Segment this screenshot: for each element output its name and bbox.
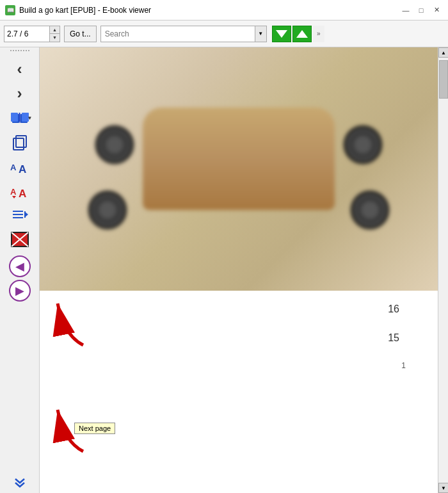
books-button[interactable]: ▼ bbox=[6, 106, 34, 129]
chevron-right-icon: › bbox=[17, 85, 22, 102]
more-sidebar-button[interactable] bbox=[6, 475, 34, 490]
svg-text:A: A bbox=[19, 163, 26, 175]
page-number-16: 16 bbox=[388, 303, 399, 315]
svg-rect-8 bbox=[13, 138, 24, 150]
font-decrease-button[interactable]: A A bbox=[6, 179, 34, 202]
nav-arrows: » bbox=[272, 26, 324, 42]
more-toolbar-button[interactable]: » bbox=[313, 26, 324, 42]
svg-line-21 bbox=[12, 232, 28, 247]
books-dropdown-arrow: ▼ bbox=[28, 115, 33, 121]
spin-up-button[interactable]: ▲ bbox=[49, 26, 60, 34]
svg-rect-19 bbox=[24, 211, 26, 218]
toolbar: ▲ ▼ Go t... ▼ » bbox=[0, 20, 448, 47]
wheel-rear-right bbox=[351, 191, 389, 229]
books-icon bbox=[11, 109, 29, 127]
main-area: ‹ › ▼ bbox=[0, 47, 448, 493]
svg-marker-0 bbox=[276, 30, 287, 38]
title-bar-controls: — □ ✕ bbox=[399, 4, 443, 17]
book-content: 16 15 1 Next page bbox=[40, 47, 438, 493]
scrollbar: ▲ ▼ bbox=[438, 47, 448, 493]
svg-marker-1 bbox=[296, 30, 308, 38]
svg-text:A: A bbox=[10, 163, 17, 172]
books-icon-wrap: ▼ bbox=[11, 109, 29, 127]
book-image bbox=[40, 47, 438, 291]
tooltip-next-page: Next page bbox=[74, 423, 115, 434]
font-increase-button[interactable]: A A bbox=[6, 155, 34, 178]
red-arrow-top bbox=[51, 297, 90, 348]
nav-down-button[interactable] bbox=[272, 26, 291, 42]
scroll-up-button[interactable]: ▲ bbox=[438, 47, 448, 58]
fullscreen-icon bbox=[10, 230, 29, 248]
svg-rect-20 bbox=[12, 232, 28, 247]
svg-rect-2 bbox=[12, 114, 19, 123]
font-increase-icon: A A bbox=[10, 158, 30, 175]
page-input-wrap: ▲ ▼ bbox=[4, 26, 60, 42]
next-page-top-button[interactable]: › bbox=[6, 82, 34, 105]
toc-button[interactable] bbox=[6, 204, 34, 227]
nav-up-button[interactable] bbox=[292, 26, 312, 42]
page-number-15: 15 bbox=[388, 332, 399, 344]
spin-buttons: ▲ ▼ bbox=[49, 26, 60, 42]
font-decrease-icon: A A bbox=[10, 182, 30, 200]
gokart-illustration bbox=[60, 60, 418, 279]
toc-icon bbox=[10, 206, 29, 224]
svg-rect-3 bbox=[20, 114, 28, 123]
gokart-body bbox=[143, 108, 335, 210]
sidebar: ‹ › ▼ bbox=[0, 47, 40, 493]
svg-text:A: A bbox=[19, 188, 26, 200]
window-title: Build a go kart [EPUB] - E-book viewer bbox=[19, 6, 151, 15]
page-input[interactable] bbox=[4, 26, 49, 42]
search-wrap: ▼ bbox=[100, 26, 267, 42]
app-icon: 📖 bbox=[5, 5, 15, 15]
prev-page-circle-button[interactable]: ◀ bbox=[6, 255, 34, 278]
scrollbar-track bbox=[438, 58, 448, 483]
go-button[interactable]: Go t... bbox=[64, 26, 97, 42]
svg-marker-14 bbox=[12, 196, 16, 198]
search-input[interactable] bbox=[101, 26, 255, 42]
svg-marker-18 bbox=[24, 211, 28, 218]
copy-button[interactable] bbox=[6, 131, 34, 154]
prev-page-top-button[interactable]: ‹ bbox=[6, 58, 34, 81]
page-number-1-suffix: 1 bbox=[401, 361, 406, 370]
title-bar-left: 📖 Build a go kart [EPUB] - E-book viewer bbox=[5, 5, 151, 15]
svg-rect-5 bbox=[11, 113, 18, 122]
fullscreen-button[interactable] bbox=[6, 228, 34, 251]
next-page-circle-button[interactable]: ▶ bbox=[6, 279, 34, 302]
svg-text:A: A bbox=[10, 187, 17, 197]
nav-down-icon bbox=[275, 28, 289, 40]
scrollbar-thumb[interactable] bbox=[439, 60, 448, 99]
wheel-front-left bbox=[95, 125, 134, 164]
spin-down-button[interactable]: ▼ bbox=[49, 34, 60, 42]
chevron-left-icon: ‹ bbox=[17, 60, 22, 78]
close-button[interactable]: ✕ bbox=[430, 4, 443, 17]
search-dropdown-button[interactable]: ▼ bbox=[255, 26, 266, 42]
content-area: 16 15 1 Next page bbox=[40, 47, 448, 493]
svg-rect-9 bbox=[16, 136, 26, 147]
chevron-down-double-icon bbox=[13, 476, 26, 489]
maximize-button[interactable]: □ bbox=[415, 4, 428, 17]
red-arrow-bottom bbox=[51, 403, 90, 455]
scroll-down-button[interactable]: ▼ bbox=[438, 483, 448, 493]
next-circle-icon: ▶ bbox=[9, 280, 31, 302]
wheel-rear-left bbox=[88, 191, 127, 229]
copy-icon bbox=[11, 133, 29, 151]
wheel-front-right bbox=[344, 125, 382, 164]
book-page: 16 15 1 Next page bbox=[40, 47, 438, 493]
svg-line-22 bbox=[12, 232, 28, 247]
title-bar: 📖 Build a go kart [EPUB] - E-book viewer… bbox=[0, 0, 448, 20]
minimize-button[interactable]: — bbox=[399, 4, 412, 17]
drag-handle bbox=[10, 50, 29, 55]
prev-circle-icon: ◀ bbox=[9, 255, 31, 277]
nav-up-icon bbox=[295, 28, 309, 40]
